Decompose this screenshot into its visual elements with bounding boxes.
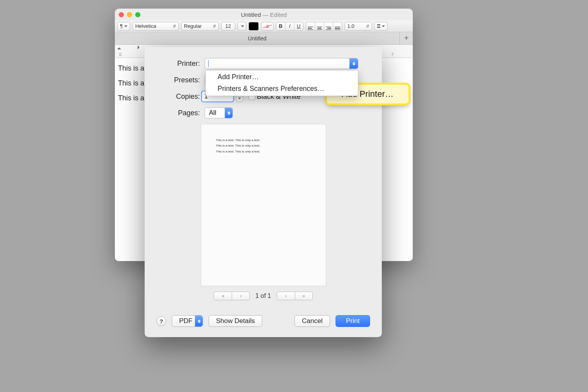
pdf-menu-button[interactable]: PDF xyxy=(172,315,203,327)
preview-pager: « ‹ 1 of 1 › » xyxy=(214,292,312,300)
window-title: Untitled — Edited xyxy=(115,11,413,18)
underline-button[interactable]: U xyxy=(294,23,303,29)
printer-label: Printer: xyxy=(158,60,200,68)
ruler-tick-7: 7 xyxy=(391,53,394,57)
font-family-select[interactable]: Helvetica xyxy=(132,22,179,31)
pages-row: Pages: All xyxy=(158,107,368,118)
font-size-stepper[interactable] xyxy=(238,22,246,31)
presets-label: Presets: xyxy=(158,76,200,84)
first-page-button[interactable]: « xyxy=(214,292,232,300)
last-page-button[interactable]: » xyxy=(295,292,313,300)
print-preview: This is a test. This is only a test. Thi… xyxy=(145,124,382,300)
text-color-swatch[interactable] xyxy=(249,22,259,31)
next-page-button[interactable]: › xyxy=(277,292,295,300)
printer-popup[interactable] xyxy=(205,58,358,69)
title-suffix: — Edited xyxy=(261,11,287,18)
printer-dropdown-menu: Add Printer… Printers & Scanners Prefere… xyxy=(205,70,358,96)
new-tab-button[interactable]: + xyxy=(399,32,413,44)
highlight-color-swatch[interactable] xyxy=(261,22,274,31)
title-main: Untitled xyxy=(241,11,261,18)
print-dialog: Printer: Add Printer… Printers & Scanner… xyxy=(145,47,382,337)
printer-row: Printer: Add Printer… Printers & Scanner… xyxy=(158,58,368,69)
prev-page-button[interactable]: ‹ xyxy=(232,292,250,300)
font-size-field[interactable]: 12 xyxy=(221,22,235,31)
chevron-down-icon xyxy=(238,98,241,101)
dialog-buttons: ? PDF Show Details Cancel Print xyxy=(145,310,382,337)
preview-line: This is a test. This is only a test. xyxy=(216,149,311,154)
page-indicator: 1 of 1 xyxy=(255,292,271,299)
tabstrip: Untitled + xyxy=(115,32,413,45)
align-justify-button[interactable] xyxy=(333,22,342,30)
indent-marker-icon[interactable] xyxy=(138,45,142,49)
italic-button[interactable]: I xyxy=(285,23,294,29)
tabstop-marker-icon[interactable] xyxy=(117,45,121,49)
ruler-tick-0: 0 xyxy=(119,53,122,57)
paragraph-style-menu[interactable]: ¶ xyxy=(117,22,130,31)
chevron-updown-icon[interactable] xyxy=(195,316,203,327)
print-button[interactable]: Print xyxy=(336,315,370,327)
chevron-updown-icon[interactable] xyxy=(349,58,358,69)
cancel-button[interactable]: Cancel xyxy=(294,315,330,327)
menu-item-printers-preferences[interactable]: Printers & Scanners Preferences… xyxy=(206,83,358,95)
text-style-segment: B I U xyxy=(276,22,303,31)
align-center-button[interactable] xyxy=(315,22,324,30)
bold-button[interactable]: B xyxy=(276,23,285,29)
copies-label: Copies: xyxy=(158,93,200,101)
alignment-segment xyxy=(306,22,342,31)
help-button[interactable]: ? xyxy=(156,316,166,326)
show-details-button[interactable]: Show Details xyxy=(209,315,262,327)
pages-popup[interactable]: All xyxy=(205,107,233,118)
align-left-button[interactable] xyxy=(306,22,315,30)
document-tab[interactable]: Untitled xyxy=(115,32,399,44)
list-style-menu[interactable] xyxy=(374,22,388,31)
titlebar: Untitled — Edited xyxy=(115,9,413,20)
text-cursor-icon xyxy=(208,60,209,67)
font-style-select[interactable]: Regular xyxy=(181,22,219,31)
preview-line: This is a test. This is only a test. xyxy=(216,143,311,149)
preview-line: This is a test. This is only a test. xyxy=(216,138,311,143)
menu-item-add-printer[interactable]: Add Printer… xyxy=(206,71,358,83)
chevron-updown-icon[interactable] xyxy=(225,108,232,118)
preview-page: This is a test. This is only a test. Thi… xyxy=(201,124,326,286)
line-spacing-select[interactable]: 1.0 xyxy=(345,22,372,31)
format-toolbar: ¶ Helvetica Regular 12 B I U 1.0 xyxy=(115,20,413,32)
align-right-button[interactable] xyxy=(324,22,333,30)
pages-label: Pages: xyxy=(158,109,200,117)
